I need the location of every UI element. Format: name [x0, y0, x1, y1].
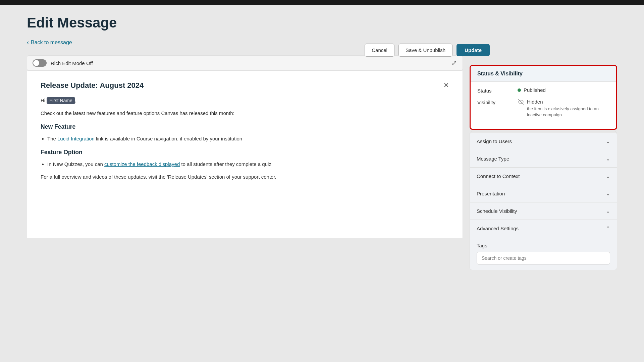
visibility-value: Hidden the item is exclusively assigned …: [518, 99, 609, 118]
accordion-presentation: Presentation ⌄: [470, 185, 617, 202]
top-bar: [0, 0, 644, 5]
right-sidebar: Status & Visibility Status Published Vis…: [470, 5, 617, 270]
message-type-label: Message Type: [477, 156, 509, 162]
connect-to-context-label: Connect to Context: [477, 173, 520, 179]
accordion-advanced-settings-header[interactable]: Advanced Settings ⌃: [470, 220, 617, 237]
accordion-assign-to-users: Assign to Users ⌄: [470, 133, 617, 150]
chevron-down-icon: ⌄: [606, 208, 610, 214]
chevron-left-icon: ‹: [27, 39, 29, 46]
first-name-tag: First Name: [47, 97, 75, 104]
message-header: Release Update: August 2024 ✕: [41, 81, 449, 90]
message-preview: Release Update: August 2024 ✕ Hi First N…: [27, 71, 463, 238]
save-unpublish-button[interactable]: Save & Unpublish: [398, 44, 452, 57]
accordion-connect-to-context: Connect to Context ⌄: [470, 168, 617, 185]
rich-edit-toggle[interactable]: [33, 59, 47, 67]
chevron-down-icon: ⌄: [606, 190, 610, 197]
chevron-down-icon: ⌄: [606, 138, 610, 144]
message-title: Release Update: August 2024: [41, 81, 144, 90]
section2-list: In New Quizzes, you can customize the fe…: [47, 160, 449, 168]
back-link-label: Back to message: [31, 40, 72, 46]
section1-list: The Lucid Integration link is available …: [47, 135, 449, 143]
green-dot-icon: [518, 88, 521, 92]
accordion-wrapper: Assign to Users ⌄ Message Type ⌄ Connect…: [470, 131, 617, 270]
eye-slash-icon: [518, 99, 524, 106]
status-published: Published: [518, 87, 609, 93]
expand-icon[interactable]: ⤢: [451, 59, 457, 67]
tags-label: Tags: [477, 243, 610, 248]
page-wrapper: Edit Message ‹ Back to message Rich Edit…: [0, 0, 644, 362]
presentation-label: Presentation: [477, 191, 505, 196]
section2-heading: Feature Option: [41, 147, 449, 157]
section1-heading: New Feature: [41, 122, 449, 131]
status-visibility-panel: Status & Visibility Status Published Vis…: [470, 65, 617, 130]
sv-panel-title: Status & Visibility: [471, 66, 616, 82]
assign-to-users-label: Assign to Users: [477, 138, 512, 144]
tags-input[interactable]: [477, 252, 610, 264]
page-title: Edit Message: [27, 15, 463, 31]
tags-section: Tags: [470, 237, 617, 270]
visibility-subtext: the item is exclusively assigned to an i…: [527, 106, 609, 118]
advanced-settings-label: Advanced Settings: [477, 226, 519, 231]
accordion-message-type: Message Type ⌄: [470, 150, 617, 168]
edit-mode-left: Rich Edit Mode Off: [33, 59, 93, 67]
section2-item: In New Quizzes, you can customize the fe…: [47, 160, 449, 168]
chevron-up-icon: ⌃: [606, 225, 610, 232]
visibility-text-block: Hidden the item is exclusively assigned …: [527, 99, 609, 118]
accordion-schedule-visibility: Schedule Visibility ⌄: [470, 202, 617, 220]
header-actions: Cancel Save & Unpublish Update: [365, 44, 490, 57]
accordion-connect-to-context-header[interactable]: Connect to Context ⌄: [470, 168, 617, 185]
cancel-button[interactable]: Cancel: [365, 44, 394, 57]
visibility-hidden-block: Hidden the item is exclusively assigned …: [518, 99, 609, 118]
sv-body: Status Published Visibility: [471, 82, 616, 129]
close-message-button[interactable]: ✕: [443, 81, 449, 89]
chevron-down-icon: ⌄: [606, 156, 610, 162]
chevron-down-icon: ⌄: [606, 173, 610, 179]
status-label: Status: [477, 87, 518, 94]
status-text: Published: [524, 87, 546, 93]
message-intro: Check out the latest new features and fe…: [41, 109, 449, 117]
message-body: Hi First Name, Check out the latest new …: [41, 97, 449, 181]
update-button[interactable]: Update: [457, 44, 490, 56]
visibility-text: Hidden: [527, 99, 609, 105]
accordion-presentation-header[interactable]: Presentation ⌄: [470, 185, 617, 202]
message-greeting-line: Hi First Name,: [41, 97, 449, 105]
accordion-assign-to-users-header[interactable]: Assign to Users ⌄: [470, 133, 617, 150]
edit-mode-bar: Rich Edit Mode Off ⤢: [27, 55, 463, 71]
status-row: Status Published: [477, 87, 609, 94]
schedule-visibility-label: Schedule Visibility: [477, 208, 517, 214]
main-content: Edit Message ‹ Back to message Rich Edit…: [0, 5, 644, 270]
visibility-label: Visibility: [477, 99, 518, 105]
status-value: Published: [518, 87, 609, 93]
feedback-link[interactable]: customize the feedback displayed: [104, 161, 180, 167]
accordion-message-type-header[interactable]: Message Type ⌄: [470, 150, 617, 167]
lucid-integration-link[interactable]: Lucid Integration: [57, 136, 95, 141]
message-footer: For a full overview and videos of these …: [41, 173, 449, 181]
accordion-advanced-settings: Advanced Settings ⌃: [470, 220, 617, 237]
section1-item: The Lucid Integration link is available …: [47, 135, 449, 143]
accordion-schedule-visibility-header[interactable]: Schedule Visibility ⌄: [470, 202, 617, 220]
rich-edit-label: Rich Edit Mode Off: [51, 60, 93, 66]
visibility-row: Visibility Hidden the item is exclusivel…: [477, 99, 609, 118]
